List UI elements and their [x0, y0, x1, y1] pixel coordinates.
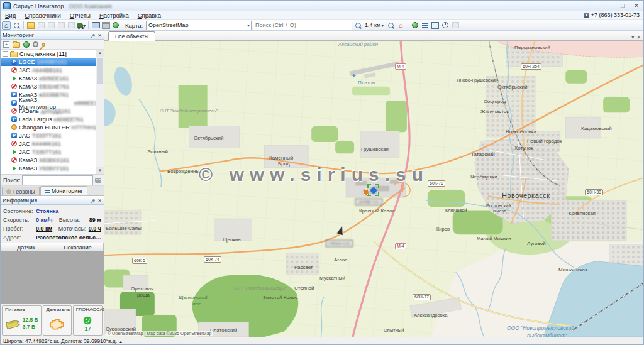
vehicle-name: JAC: [19, 148, 30, 155]
vehicle-plate: 1845ВО161: [37, 59, 67, 65]
menu-item[interactable]: Справочники: [20, 12, 65, 19]
measure-button[interactable]: [36, 21, 45, 30]
route-button[interactable]: [57, 21, 65, 30]
engine-icon: [49, 317, 65, 330]
folder-icon[interactable]: [13, 42, 20, 48]
monitoring-panel-header: Мониторинг: [1, 31, 104, 40]
vehicle-row[interactable]: КамАЗ Манипулятор е888ЕЕ161: [1, 99, 104, 107]
scale-dropdown[interactable]: 1.4 км: [364, 22, 385, 28]
engine-hours-value[interactable]: 0.0 ч: [89, 226, 101, 232]
pin-icon[interactable]: [92, 199, 96, 202]
vehicle-menu-button[interactable]: [77, 21, 86, 30]
export-button[interactable]: [111, 21, 120, 30]
search-input[interactable]: [253, 21, 352, 30]
sensor-table-header: Датчик Показание: [1, 243, 104, 252]
vehicle-row[interactable]: КамАЗ У939УУ161: [1, 164, 104, 172]
marker-plate-label[interactable]: 2456АН161: [326, 240, 353, 247]
state-value: Стоянка: [36, 208, 58, 214]
home-icon: [4, 21, 9, 29]
home-view-button[interactable]: [2, 21, 11, 30]
history-button[interactable]: [441, 21, 450, 30]
menu-item[interactable]: Вид: [1, 12, 20, 19]
vehicle-status-icon: [11, 133, 17, 138]
collapse-icon[interactable]: [3, 51, 8, 57]
sidebar-tab[interactable]: Мониторинг: [40, 186, 87, 195]
close-icon[interactable]: [97, 32, 102, 38]
zoom-in-button[interactable]: [353, 21, 362, 30]
vehicle-row[interactable]: JAC Т335ТТ161: [1, 148, 104, 156]
vehicle-status-icon: [11, 100, 17, 106]
pin-icon[interactable]: [92, 33, 96, 37]
globe-button[interactable]: [411, 21, 419, 30]
track-button[interactable]: [67, 21, 75, 30]
tree-scrollbar[interactable]: [96, 50, 104, 174]
vehicle-row[interactable]: КамАЗ ЕВ324Е761: [1, 82, 104, 90]
monitor-button[interactable]: [91, 21, 100, 30]
vehicle-group-row[interactable]: Спецтехника [11]: [1, 50, 104, 58]
marker-plate-label[interactable]: 1845ВО161: [355, 199, 382, 205]
altitude-value: 89 м: [89, 217, 101, 223]
vehicle-row[interactable]: КамАЗ е505ЕЕ161: [1, 74, 104, 82]
vehicle-marker-selected[interactable]: [370, 187, 377, 194]
area-button[interactable]: [47, 21, 55, 30]
vehicle-row[interactable]: JAC Т333ТТ161: [1, 131, 104, 140]
binoculars-icon[interactable]: [95, 178, 101, 183]
group-label: Спецтехника [11]: [19, 50, 67, 57]
globe-icon[interactable]: [23, 41, 30, 48]
layers-button[interactable]: [451, 21, 460, 30]
print-button[interactable]: [101, 21, 110, 30]
vehicle-row[interactable]: ГАЗель д202ДД161: [1, 107, 104, 115]
key-icon[interactable]: [41, 41, 46, 47]
minimize-button[interactable]: [602, 1, 616, 10]
app-icon: [3, 2, 11, 9]
vehicle-row[interactable]: LGCE 1845ВО161: [1, 58, 104, 66]
map-canvas[interactable]: Аксайский район✈ПлатовГрушевскаяСНТ "Ком…: [104, 41, 643, 337]
select-region-button[interactable]: [26, 21, 35, 30]
close-icon[interactable]: [97, 197, 102, 204]
vehicle-row[interactable]: Lada Largus е909ЕЕ761: [1, 115, 104, 123]
map-tab-all-objects[interactable]: Все объекты: [108, 31, 155, 41]
close-button[interactable]: [630, 1, 643, 10]
menu-item[interactable]: Справка: [133, 12, 165, 19]
scroll-thumb[interactable]: [97, 58, 103, 84]
tab-close-icon[interactable]: [636, 35, 641, 40]
map-provider-select[interactable]: OpenStreetMap: [146, 21, 252, 30]
zoom-icon: [355, 23, 361, 28]
chevron-down-icon: [83, 22, 86, 29]
vehicle-name: Lada Largus: [19, 116, 52, 123]
sidebar: Мониторинг Спецтехника [11]: [1, 31, 104, 337]
toolbar-separator: [88, 21, 89, 29]
clock-icon: [442, 22, 448, 28]
speed-value: 0 км/ч: [36, 217, 52, 223]
tab-list-icon[interactable]: [631, 35, 634, 40]
sidebar-tab[interactable]: Геозоны: [2, 187, 40, 195]
satellite-count: 17: [84, 326, 91, 332]
vehicle-marker-orange[interactable]: [363, 189, 369, 195]
objects-list-button[interactable]: [421, 21, 430, 30]
sidebar-search-input[interactable]: [22, 175, 93, 185]
vehicle-row[interactable]: КамАЗ в333ВВ761: [1, 90, 104, 99]
scroll-up-icon[interactable]: [96, 50, 104, 57]
maximize-button[interactable]: [616, 1, 630, 10]
vehicle-row[interactable]: JAC А644ВВ161: [1, 66, 104, 74]
sidebar-search-row: Поиск:: [1, 175, 104, 186]
coords-format-icon[interactable]: [119, 338, 122, 344]
sensor-column[interactable]: Датчик: [1, 243, 52, 251]
gear-icon[interactable]: [33, 41, 38, 47]
scroll-down-icon[interactable]: [96, 167, 104, 174]
home-location-button[interactable]: [396, 21, 405, 30]
fullscreen-button[interactable]: [431, 21, 440, 30]
expand-all-icon[interactable]: [3, 41, 9, 48]
vehicle-name: JAC: [19, 67, 30, 74]
vehicle-row[interactable]: КамАЗ Х838ХХ161: [1, 156, 104, 164]
menu-item[interactable]: Настройка: [95, 12, 133, 19]
find-on-map-button[interactable]: [386, 21, 395, 30]
voltage-backup: 3.7 В: [23, 324, 38, 331]
vehicle-name: КамАЗ: [19, 156, 37, 163]
vehicle-row[interactable]: JAC К444КК161: [1, 140, 104, 148]
search-tool-button[interactable]: [12, 21, 21, 30]
menu-item[interactable]: Отчёты: [65, 12, 95, 19]
mileage-value[interactable]: 0.0 км: [36, 226, 52, 232]
vehicle-row[interactable]: Changan HUNTER Н777НН161: [1, 123, 104, 131]
value-column[interactable]: Показание: [52, 243, 104, 251]
